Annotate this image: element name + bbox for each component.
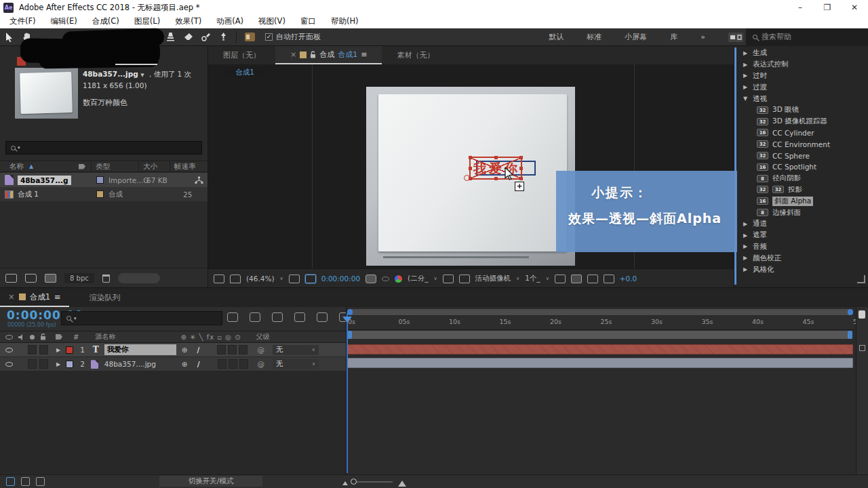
fx-group-transition[interactable]: ▶过渡 xyxy=(736,81,868,93)
transform-switch-icon[interactable]: ⊕ xyxy=(182,346,188,354)
zoom-slider[interactable] xyxy=(353,481,393,483)
layer-duration-bar-image[interactable] xyxy=(347,358,853,368)
shy-layers-icon[interactable] xyxy=(272,312,283,322)
project-search-field[interactable]: ▾ xyxy=(5,141,202,155)
audio-toggle-box[interactable] xyxy=(28,359,37,369)
roto-brush-tool-icon[interactable] xyxy=(197,30,214,45)
fx-item-bevel-edges[interactable]: 8边缘斜面 xyxy=(736,207,868,218)
layer-row-image[interactable]: ▶ 2 48ba357....jpg ⊕ / @ 无∨ xyxy=(0,357,346,371)
column-name[interactable]: 名称 xyxy=(9,162,24,171)
menu-edit[interactable]: 编辑(E) xyxy=(51,16,77,26)
expand-layers-icon[interactable] xyxy=(6,477,15,486)
column-type[interactable]: 类型 xyxy=(91,162,138,171)
timeline-search-field[interactable]: ▾ xyxy=(61,311,222,325)
zoom-in-icon[interactable] xyxy=(398,476,406,487)
panel-resizer-pill[interactable] xyxy=(118,273,160,283)
layer-name-selected[interactable]: 我爱你 xyxy=(104,344,176,355)
fx-group-audio[interactable]: ▶音频 xyxy=(736,241,868,253)
fx-group-expression-controls[interactable]: ▶表达式控制 xyxy=(736,59,868,70)
motion-blur-toggle-icon[interactable] xyxy=(36,477,45,486)
timeline-nav-scrollbar[interactable] xyxy=(347,309,853,315)
workspace-small-screen[interactable]: 小屏幕 xyxy=(625,32,647,42)
reset-exposure-icon[interactable] xyxy=(604,274,614,283)
sort-arrow-icon[interactable]: ▲ xyxy=(29,163,33,169)
chevron-down-icon[interactable]: ∨ xyxy=(433,276,437,281)
solo-toggle-box[interactable] xyxy=(39,345,48,354)
layer-duration-bar-text[interactable] xyxy=(347,344,853,354)
unlock-icon[interactable] xyxy=(310,51,316,58)
delete-trash-icon[interactable] xyxy=(102,274,110,283)
magnification-value[interactable]: (46.4%) xyxy=(246,274,275,283)
toggle-switches-modes-button[interactable]: 切换开关/模式 xyxy=(159,476,262,487)
tab-menu-icon[interactable]: ≡ xyxy=(54,292,61,302)
flowchart-icon[interactable] xyxy=(587,274,598,283)
panel-resize-grip-icon[interactable] xyxy=(857,275,865,283)
footage-caret-icon[interactable]: ▼ xyxy=(140,73,144,78)
chevron-down-icon[interactable]: ∨ xyxy=(280,276,283,281)
fx-item-3d-glasses[interactable]: 323D 眼镜 xyxy=(736,104,868,116)
label-color-swatch[interactable] xyxy=(96,176,104,184)
minimize-button[interactable]: – xyxy=(787,0,814,15)
timeline-tab-comp[interactable]: × 合成1 ≡ xyxy=(0,288,69,307)
pen-edit-icon[interactable] xyxy=(859,345,865,351)
fx-item-cc-cylinder[interactable]: 16CC Cylinder xyxy=(736,127,868,139)
time-ruler[interactable]: 0s 05s 10s 15s 20s 25s 30s 35s 40s 45s 5… xyxy=(347,317,854,330)
layer-row-text[interactable]: ▶ 1 T 我爱你 ⊕ / @ 无∨ xyxy=(0,343,346,357)
blend-slash-icon[interactable]: / xyxy=(197,346,200,354)
draft-3d-icon[interactable] xyxy=(250,312,260,322)
zoom-out-icon[interactable] xyxy=(342,479,348,485)
parent-dropdown[interactable]: 无∨ xyxy=(273,359,319,369)
fx-item-cc-spotlight[interactable]: 16CC Spotlight xyxy=(736,161,868,173)
viewer-timecode[interactable]: 0:00:00:00 xyxy=(321,274,360,283)
solo-toggle-box[interactable] xyxy=(39,359,48,369)
channel-rgb-icon[interactable] xyxy=(395,275,402,283)
menu-view[interactable]: 视图(V) xyxy=(258,16,285,26)
frame-blend-toggle-icon[interactable] xyxy=(21,477,30,486)
fx-group-generate[interactable]: ▶生成 xyxy=(736,47,868,59)
fx-item-3d-camera-tracker[interactable]: 323D 摄像机跟踪器 xyxy=(736,116,868,127)
new-folder-icon[interactable] xyxy=(25,274,37,283)
checkbox-checked-icon[interactable]: ✓ xyxy=(265,33,273,41)
parent-pickwhip-icon[interactable]: @ xyxy=(257,346,264,354)
workspace-bar-icon[interactable] xyxy=(728,33,743,42)
tab-footage[interactable]: 素材（无） xyxy=(382,50,449,60)
search-options-caret-icon[interactable]: ▾ xyxy=(18,145,20,150)
scrollbar-thumb[interactable] xyxy=(859,310,865,319)
footage-name[interactable]: 48ba357...jpg xyxy=(83,70,138,78)
parent-pickwhip-icon[interactable]: @ xyxy=(258,360,265,368)
resolution-value[interactable]: (二分_ xyxy=(408,274,428,283)
menu-help[interactable]: 帮助(H) xyxy=(331,16,359,26)
label-color-swatch[interactable] xyxy=(96,190,104,198)
restore-button[interactable]: ❐ xyxy=(814,0,841,15)
fx-group-perspective[interactable]: ▼透视 xyxy=(736,93,868,104)
chevron-down-icon[interactable]: ∨ xyxy=(546,276,549,281)
menu-effect[interactable]: 效果(T) xyxy=(175,16,201,26)
active-camera-value[interactable]: 活动摄像机 xyxy=(475,274,511,283)
playhead-handle-icon[interactable] xyxy=(342,317,352,327)
parent-column[interactable]: 父级 xyxy=(256,332,270,342)
column-framerate[interactable]: 帧速率 xyxy=(170,162,208,171)
tab-close-icon[interactable]: × xyxy=(290,50,296,59)
anchor-point-icon[interactable] xyxy=(464,175,470,181)
project-row-name[interactable]: 48ba357...g xyxy=(18,176,71,185)
panel-divider[interactable] xyxy=(208,46,208,288)
project-row-comp[interactable]: 合成 1 合成 25 xyxy=(0,187,208,201)
view-layout-value[interactable]: 1个_ xyxy=(525,274,540,283)
zoom-slider-knob[interactable] xyxy=(351,479,357,485)
chevron-down-icon[interactable]: ∨ xyxy=(516,276,519,281)
fx-item-cc-environment[interactable]: 32CC Environment xyxy=(736,138,868,150)
blend-slash-icon[interactable]: / xyxy=(197,360,200,368)
fx-group-color-correction[interactable]: ▶颜色校正 xyxy=(736,252,868,264)
pixel-aspect-icon[interactable] xyxy=(555,274,566,283)
panel-launcher-icon[interactable] xyxy=(241,30,258,45)
eraser-tool-icon[interactable] xyxy=(179,30,197,45)
bit-depth-button[interactable]: 8 bpc xyxy=(64,273,94,283)
parent-dropdown[interactable]: 无∨ xyxy=(273,345,319,355)
panel-divider[interactable] xyxy=(0,287,868,288)
fx-item-bevel-alpha-selected[interactable]: 16斜面 Alpha xyxy=(736,195,868,207)
motion-blur-icon[interactable] xyxy=(317,312,328,322)
fx-group-matte[interactable]: ▶遮罩 xyxy=(736,230,868,241)
layer-name[interactable]: 48ba357....jpg xyxy=(104,360,176,368)
fast-preview-icon[interactable] xyxy=(443,274,454,283)
tab-menu-icon[interactable]: ≡ xyxy=(361,50,367,59)
